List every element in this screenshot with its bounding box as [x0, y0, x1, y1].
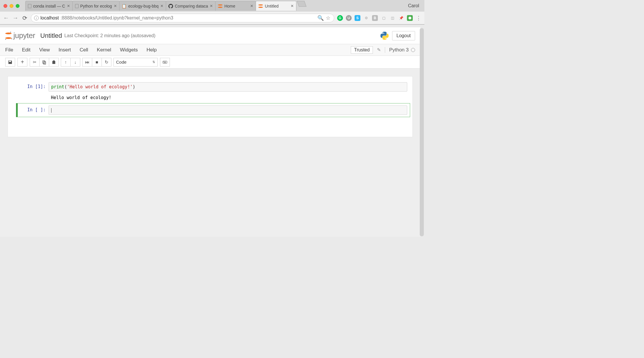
command-palette-button[interactable] [160, 58, 170, 67]
zoom-icon[interactable]: 🔍 [318, 15, 323, 21]
window-controls [3, 4, 19, 8]
edit-icon[interactable]: ✎ [377, 47, 381, 53]
close-tab-icon[interactable]: ✕ [67, 4, 70, 8]
cell-type-select[interactable]: Code ⇅ [113, 58, 158, 67]
browser-tab[interactable]: Home ✕ [215, 1, 256, 11]
close-tab-icon[interactable]: ✕ [210, 4, 213, 8]
tab-title: Home [224, 4, 248, 8]
browser-tab[interactable]: conda install — C ✕ [25, 1, 73, 11]
cut-button[interactable]: ✂ [30, 58, 40, 67]
extension-icons: G U S ⚙ B ▢ ◫ 📌 ⬢ ⋮ [337, 15, 421, 21]
run-button[interactable]: ⏭ [82, 58, 92, 67]
tab-title: Python for ecolog [80, 4, 112, 8]
close-tab-icon[interactable]: ✕ [160, 4, 163, 8]
browser-tab[interactable]: Comparing dataca ✕ [166, 1, 216, 11]
svg-rect-5 [164, 62, 166, 63]
notebook-title[interactable]: Untitled [40, 32, 62, 40]
browser-tab[interactable]: 📋 ecology-bug-bbq ✕ [119, 1, 166, 11]
menu-help[interactable]: Help [147, 47, 157, 53]
copy-button[interactable] [39, 58, 49, 67]
output-prompt [11, 93, 49, 103]
add-cell-button[interactable]: + [17, 58, 27, 67]
menu-edit[interactable]: Edit [22, 47, 30, 53]
address-bar: ← → ⟳ i localhost:8888/notebooks/Untitle… [0, 12, 424, 24]
chevron-updown-icon: ⇅ [152, 60, 155, 64]
logout-button[interactable]: Logout [392, 31, 415, 40]
browser-tab[interactable]: Python for ecolog ✕ [72, 1, 120, 11]
jupyter-logo[interactable]: jupyter [5, 31, 35, 40]
github-icon [168, 4, 173, 8]
jupyter-icon [218, 4, 223, 8]
extension-icon[interactable]: S [355, 15, 360, 21]
grammarly-extension-icon[interactable]: G [337, 15, 343, 21]
extension-icon[interactable]: B [372, 15, 378, 21]
browser-profile[interactable]: Carol [408, 3, 419, 8]
svg-rect-1 [163, 61, 164, 62]
minimize-window-button[interactable] [10, 4, 13, 8]
text-cursor [51, 108, 51, 113]
code-paren: ) [133, 84, 135, 90]
tab-title: ecology-bug-bbq [128, 4, 159, 8]
close-tab-icon[interactable]: ✕ [250, 4, 253, 8]
interrupt-button[interactable]: ■ [92, 58, 102, 67]
svg-rect-2 [164, 61, 165, 62]
maximize-window-button[interactable] [16, 4, 19, 8]
close-tab-icon[interactable]: ✕ [114, 4, 117, 8]
pin-icon[interactable]: 📌 [398, 15, 404, 21]
code-input[interactable] [49, 105, 407, 115]
checkpoint-text: Last Checkpoint: 2 minutes ago (autosave… [64, 33, 155, 38]
jupyter-icon [258, 4, 263, 8]
extension-icon[interactable]: ◫ [389, 15, 395, 21]
site-info-icon[interactable]: i [34, 16, 39, 20]
reload-button[interactable]: ⟳ [22, 15, 28, 21]
scrollbar[interactable] [420, 28, 424, 236]
file-icon [75, 4, 79, 8]
menubar: File Edit View Insert Cell Kernel Widget… [0, 44, 420, 56]
file-icon [28, 4, 31, 8]
back-button[interactable]: ← [3, 15, 9, 21]
notebook-container: In [1]: print('Hello world of ecology!')… [0, 69, 420, 145]
url-input[interactable]: i localhost:8888/notebooks/Untitled.ipyn… [31, 14, 334, 22]
settings-extension-icon[interactable]: ⚙ [363, 15, 369, 21]
code-cell[interactable]: In [1]: print('Hello world of ecology!') [8, 82, 412, 92]
extension-icon[interactable]: U [346, 15, 352, 21]
menu-insert[interactable]: Insert [58, 47, 71, 53]
svg-rect-4 [166, 61, 166, 62]
menu-view[interactable]: View [39, 47, 50, 53]
kernel-status-icon [411, 48, 415, 52]
cast-extension-icon[interactable]: ▢ [381, 15, 387, 21]
menu-widgets[interactable]: Widgets [120, 47, 138, 53]
browser-chrome: conda install — C ✕ Python for ecolog ✕ … [0, 0, 424, 25]
move-down-button[interactable]: ↓ [70, 58, 80, 67]
code-input[interactable]: print('Hello world of ecology!') [49, 82, 407, 92]
menu-cell[interactable]: Cell [80, 47, 88, 53]
restart-button[interactable]: ↻ [102, 58, 111, 67]
menu-file[interactable]: File [5, 47, 13, 53]
extension-icon[interactable]: ⬢ [407, 15, 413, 21]
code-string: 'Hello world of ecology!' [67, 84, 133, 90]
forward-button[interactable]: → [12, 15, 19, 21]
jupyter-header: jupyter Untitled Last Checkpoint: 2 minu… [0, 27, 420, 44]
kernel-indicator[interactable]: Python 3 [385, 47, 415, 53]
input-prompt: In [1]: [11, 82, 49, 92]
close-tab-icon[interactable]: ✕ [291, 4, 294, 8]
toolbar: + ✂ ↑ ↓ ⏭ ■ ↻ Code ⇅ [0, 56, 420, 69]
code-identifier: print [51, 84, 64, 90]
trusted-badge[interactable]: Trusted [351, 46, 373, 54]
tab-title: conda install — C [33, 4, 65, 8]
browser-tab-active[interactable]: Untitled ✕ [256, 1, 296, 11]
bookmark-star-icon[interactable]: ☆ [325, 15, 331, 21]
code-cell-selected[interactable]: In [ ]: [8, 103, 412, 117]
kernel-name: Python 3 [389, 47, 409, 53]
save-button[interactable] [5, 58, 15, 67]
browser-menu-icon[interactable]: ⋮ [416, 15, 421, 21]
tab-title: Comparing dataca [175, 4, 208, 8]
move-up-button[interactable]: ↑ [61, 58, 71, 67]
cell-type-value: Code [116, 60, 127, 65]
new-tab-button[interactable] [297, 1, 307, 7]
paste-button[interactable] [49, 58, 59, 67]
notebook: In [1]: print('Hello world of ecology!')… [8, 76, 413, 137]
close-window-button[interactable] [3, 4, 7, 8]
menu-kernel[interactable]: Kernel [97, 47, 111, 53]
url-path: :8888/notebooks/Untitled.ipynb?kernel_na… [61, 15, 173, 21]
